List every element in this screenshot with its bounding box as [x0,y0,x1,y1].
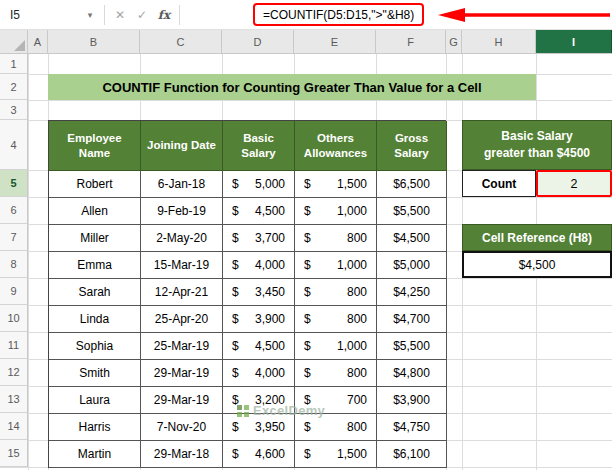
cell-gross[interactable]: $6,100 [377,441,447,468]
row-header-12[interactable]: 12 [0,359,27,386]
cell-basic[interactable]: $4,500 [223,198,295,225]
amount: 1,000 [337,204,367,218]
cell-others[interactable]: $800 [295,306,377,333]
cell-basic[interactable]: $5,000 [223,171,295,198]
row-header-13[interactable]: 13 [0,386,27,413]
cell-gross[interactable]: $5,000 [377,252,447,279]
row-header-15[interactable]: 15 [0,440,27,467]
header-gross-salary[interactable]: Gross Salary [377,121,447,171]
column-header-i-selected[interactable]: I [536,30,612,53]
row-header-5-selected[interactable]: 5 [0,170,27,197]
row-header-7[interactable]: 7 [0,224,27,251]
cell-gross[interactable]: $6,500 [377,171,447,198]
cell-others[interactable]: $1,000 [295,333,377,360]
cell-name[interactable]: Allen [49,198,141,225]
cancel-icon[interactable]: ✕ [109,3,131,27]
select-all-corner[interactable] [0,30,28,53]
cell-gross[interactable]: $3,900 [377,387,447,414]
column-header-c[interactable]: C [140,30,222,53]
summary-header[interactable]: Basic Salary greater than $4500 [462,120,612,170]
row-header-2[interactable]: 2 [0,74,27,100]
cell-date[interactable]: 25-Mar-19 [141,333,223,360]
cell-date[interactable]: 12-Apr-21 [141,279,223,306]
cell-date[interactable]: 2-May-20 [141,225,223,252]
header-basic-salary[interactable]: Basic Salary [223,121,295,171]
cell-name[interactable]: Laura [49,387,141,414]
column-header-f[interactable]: F [376,30,446,53]
cell-basic[interactable]: $3,700 [223,225,295,252]
cell-basic[interactable]: $4,000 [223,252,295,279]
cell-basic[interactable]: $4,000 [223,360,295,387]
cell-basic[interactable]: $4,500 [223,333,295,360]
cell-date[interactable]: 7-Nov-20 [141,414,223,441]
row-header-9[interactable]: 9 [0,278,27,305]
cell-gross[interactable]: $4,750 [377,414,447,441]
row-header-8[interactable]: 8 [0,251,27,278]
cell-basic[interactable]: $3,950 [223,414,295,441]
cell-basic[interactable]: $4,600 [223,441,295,468]
column-header-b[interactable]: B [48,30,140,53]
name-box[interactable]: I5 [0,3,80,27]
cell-basic[interactable]: $3,200 [223,387,295,414]
count-label-cell[interactable]: Count [462,170,536,197]
cell-gross[interactable]: $4,250 [377,279,447,306]
cell-date[interactable]: 15-Mar-19 [141,252,223,279]
cell-name[interactable]: Robert [49,171,141,198]
cell-others[interactable]: $1,500 [295,171,377,198]
column-header-g[interactable]: G [446,30,462,53]
cell-others[interactable]: $1,000 [295,198,377,225]
row-header-1[interactable]: 1 [0,54,27,74]
row-header-3[interactable]: 3 [0,100,27,120]
column-header-h[interactable]: H [462,30,536,53]
column-header-a[interactable]: A [28,30,48,53]
cell-others[interactable]: $700 [295,387,377,414]
header-others-allowances[interactable]: Others Allowances [295,121,377,171]
cell-reference-value-h8[interactable]: $4,500 [462,251,612,278]
cell-name[interactable]: Sarah [49,279,141,306]
cell-date[interactable]: 6-Jan-18 [141,171,223,198]
cell-name[interactable]: Linda [49,306,141,333]
name-box-dropdown-icon[interactable]: ▾ [80,3,100,27]
page-title[interactable]: COUNTIF Function for Counting Greater Th… [48,74,536,100]
insert-function-icon[interactable]: fx [153,3,175,27]
cell-others[interactable]: $800 [295,225,377,252]
enter-icon[interactable]: ✓ [131,3,153,27]
cell-basic[interactable]: $3,450 [223,279,295,306]
cell-name[interactable]: Sophia [49,333,141,360]
cell-others[interactable]: $800 [295,360,377,387]
cell-others[interactable]: $1,000 [295,252,377,279]
cell-date[interactable]: 29-Mar-18 [141,441,223,468]
formula-input[interactable]: =COUNTIF(D5:D15,">"&H8) [253,3,424,26]
cell-date[interactable]: 29-Mar-19 [141,387,223,414]
cell-reference-header[interactable]: Cell Reference (H8) [462,224,612,251]
row-header-4[interactable]: 4 [0,120,27,170]
cell-basic[interactable]: $3,900 [223,306,295,333]
cell-others[interactable]: $800 [295,414,377,441]
column-header-e[interactable]: E [294,30,376,53]
cell-date[interactable]: 25-Apr-20 [141,306,223,333]
cell-name[interactable]: Emma [49,252,141,279]
cell-gross[interactable]: $5,500 [377,333,447,360]
cell-gross[interactable]: $4,800 [377,360,447,387]
cell-name[interactable]: Miller [49,225,141,252]
cell-others[interactable]: $1,500 [295,441,377,468]
row-header-11[interactable]: 11 [0,332,27,359]
header-employee-name[interactable]: Employee Name [49,121,141,171]
currency-symbol: $ [304,312,311,326]
cell-others[interactable]: $800 [295,279,377,306]
count-result-cell-i5[interactable]: 2 [536,170,612,197]
row-header-14[interactable]: 14 [0,413,27,440]
cell-name[interactable]: Smith [49,360,141,387]
row-header-6[interactable]: 6 [0,197,27,224]
column-header-d[interactable]: D [222,30,294,53]
cell-gross[interactable]: $5,500 [377,198,447,225]
cell-gross[interactable]: $4,700 [377,306,447,333]
header-joining-date[interactable]: Joining Date [141,121,223,171]
row-header-10[interactable]: 10 [0,305,27,332]
cell-date[interactable]: 29-Mar-19 [141,360,223,387]
cell-gross[interactable]: $4,500 [377,225,447,252]
cell-name[interactable]: Martin [49,441,141,468]
cell-name[interactable]: Harris [49,414,141,441]
cell-date[interactable]: 9-Feb-19 [141,198,223,225]
currency-symbol: $ [232,393,239,407]
